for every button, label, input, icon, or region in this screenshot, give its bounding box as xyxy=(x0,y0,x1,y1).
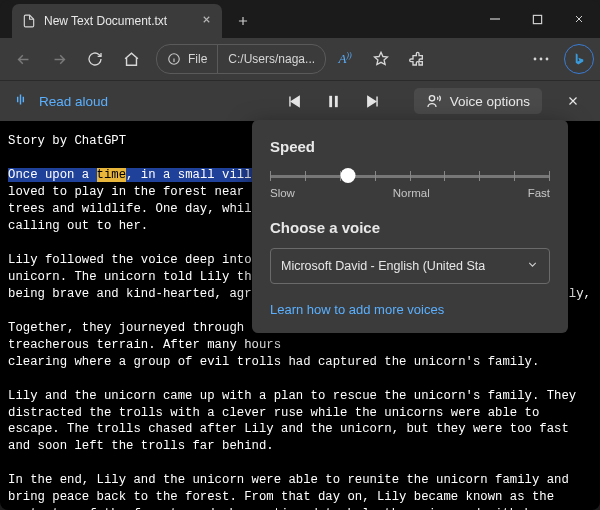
speed-slider[interactable] xyxy=(270,167,550,185)
window-controls xyxy=(474,0,600,38)
svg-rect-6 xyxy=(335,95,338,106)
story-heading: Story by ChatGPT xyxy=(8,134,126,148)
back-button[interactable] xyxy=(6,42,40,76)
close-tab-icon[interactable] xyxy=(201,14,212,28)
more-button[interactable] xyxy=(524,42,558,76)
voice-options-panel: Speed Slow Normal Fast Choose a voice Mi… xyxy=(252,120,568,333)
reader-view-button[interactable]: A)) xyxy=(328,42,362,76)
next-button[interactable] xyxy=(354,93,394,110)
extensions-button[interactable] xyxy=(400,42,434,76)
svg-point-4 xyxy=(546,58,549,61)
file-label: File xyxy=(188,52,207,66)
story-paragraph-1: loved to play in the forest near her h t… xyxy=(8,185,288,233)
person-voice-icon xyxy=(426,93,442,109)
speed-heading: Speed xyxy=(270,138,550,155)
svg-point-3 xyxy=(540,58,543,61)
svg-rect-5 xyxy=(329,95,332,106)
story-paragraph-2: Lily followed the voice deep into the un… xyxy=(8,253,288,301)
bing-chat-button[interactable] xyxy=(564,44,594,74)
reading-word: time xyxy=(97,168,127,182)
file-icon xyxy=(22,14,36,28)
sound-wave-icon xyxy=(12,91,29,112)
speed-slider-thumb[interactable] xyxy=(341,168,356,183)
active-tab[interactable]: New Text Document.txt xyxy=(12,4,222,38)
address-path-segment[interactable]: C:/Users/naga... xyxy=(217,44,326,74)
titlebar: New Text Document.txt xyxy=(0,0,600,38)
svg-point-7 xyxy=(429,96,434,101)
speed-label-normal: Normal xyxy=(393,187,430,199)
close-read-aloud-button[interactable] xyxy=(556,84,590,118)
read-aloud-label: Read aloud xyxy=(39,94,108,109)
pause-button[interactable] xyxy=(314,93,354,110)
chevron-down-icon xyxy=(526,258,539,274)
svg-point-2 xyxy=(534,58,537,61)
close-window-button[interactable] xyxy=(558,0,600,38)
voice-options-button[interactable]: Voice options xyxy=(414,88,542,114)
read-aloud-bar: Read aloud Voice options xyxy=(0,80,600,121)
refresh-button[interactable] xyxy=(78,42,112,76)
favorite-button[interactable] xyxy=(364,42,398,76)
selected-voice-text: Microsoft David - English (United Sta xyxy=(281,259,485,273)
address-file-segment[interactable]: File xyxy=(156,44,218,74)
home-button[interactable] xyxy=(114,42,148,76)
browser-toolbar: File C:/Users/naga... A)) xyxy=(0,38,600,80)
speed-label-slow: Slow xyxy=(270,187,295,199)
story-paragraph-3a: Together, they journeyed through the f t… xyxy=(8,321,288,352)
voice-options-label: Voice options xyxy=(450,94,530,109)
svg-rect-0 xyxy=(533,15,541,23)
story-paragraph-5: In the end, Lily and the unicorn were ab… xyxy=(8,473,576,510)
bing-icon xyxy=(572,52,587,67)
speed-label-fast: Fast xyxy=(528,187,550,199)
forward-button[interactable] xyxy=(42,42,76,76)
address-path-text: C:/Users/naga... xyxy=(228,52,315,66)
reading-sentence: Once upon a time, in a small village, xyxy=(8,168,288,182)
voice-select-dropdown[interactable]: Microsoft David - English (United Sta xyxy=(270,248,550,284)
learn-more-voices-link[interactable]: Learn how to add more voices xyxy=(270,302,550,317)
address-bar[interactable]: File C:/Users/naga... xyxy=(156,44,326,74)
maximize-button[interactable] xyxy=(516,0,558,38)
minimize-button[interactable] xyxy=(474,0,516,38)
story-paragraph-4: Lily and the unicorn came up with a plan… xyxy=(8,389,584,454)
choose-voice-heading: Choose a voice xyxy=(270,219,550,236)
playback-controls xyxy=(274,93,394,110)
tab-title: New Text Document.txt xyxy=(44,14,167,28)
previous-button[interactable] xyxy=(274,93,314,110)
info-icon xyxy=(167,52,181,66)
new-tab-button[interactable] xyxy=(228,6,258,36)
story-paragraph-3b: clearing where a group of evil trolls ha… xyxy=(8,355,539,369)
